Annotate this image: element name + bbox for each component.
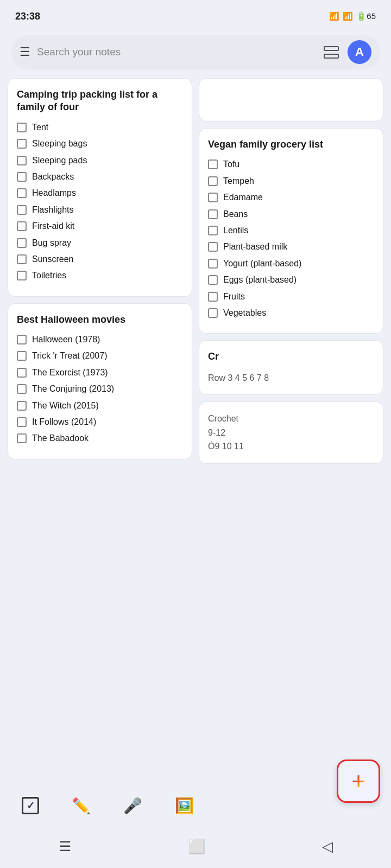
list-item[interactable]: First-aid kit <box>17 220 183 232</box>
layout-rect-bottom <box>324 54 339 59</box>
checkbox[interactable] <box>17 238 27 248</box>
layout-toggle-icon[interactable] <box>321 42 341 62</box>
checkbox[interactable] <box>17 221 27 231</box>
list-item[interactable]: Headlamps <box>17 187 183 199</box>
item-label: Beans <box>223 208 248 220</box>
checkbox[interactable] <box>208 209 218 219</box>
checkbox[interactable] <box>17 433 27 443</box>
list-item[interactable]: Plant-based milk <box>208 241 374 253</box>
notes-grid: Camping trip packing list for a family o… <box>0 78 391 464</box>
item-label: Tent <box>32 122 48 133</box>
search-bar[interactable]: ☰ Search your notes A <box>11 35 380 69</box>
mic-icon[interactable]: 🎤 <box>123 797 142 815</box>
camping-note-card[interactable]: Camping trip packing list for a family o… <box>8 78 192 297</box>
item-label: Sunscreen <box>32 253 74 265</box>
toolbar-icons: ✏️ 🎤 🖼️ <box>22 797 194 815</box>
checkbox[interactable] <box>17 188 27 198</box>
list-item[interactable]: Backpacks <box>17 171 183 183</box>
cr-note-body: Row 3 4 5 6 7 8 <box>208 371 374 385</box>
list-item[interactable]: The Conjuring (2013) <box>17 383 183 395</box>
checkbox[interactable] <box>208 292 218 302</box>
checkbox[interactable] <box>208 226 218 235</box>
crochet-note-body: Crochet9-12Ó9 10 11 <box>208 412 374 454</box>
checkbox[interactable] <box>17 417 27 427</box>
list-item[interactable]: Lentils <box>208 225 374 237</box>
checkbox[interactable] <box>17 271 27 280</box>
list-item[interactable]: It Follows (2014) <box>17 416 183 428</box>
nav-back-icon[interactable]: ◁ <box>322 838 333 855</box>
item-label: Tempeh <box>223 175 254 187</box>
checkbox[interactable] <box>208 259 218 269</box>
halloween-note-card[interactable]: Best Halloween movies Halloween (1978) T… <box>8 303 192 459</box>
list-item[interactable]: Flashlights <box>17 204 183 216</box>
checkbox[interactable] <box>17 368 27 378</box>
list-item[interactable]: Trick 'r Treat (2007) <box>17 350 183 362</box>
menu-icon[interactable]: ☰ <box>20 45 30 59</box>
checkbox[interactable] <box>208 275 218 285</box>
wifi-icon: 📶 <box>329 11 339 21</box>
list-item[interactable]: Halloween (1978) <box>17 334 183 346</box>
checkbox[interactable] <box>208 308 218 318</box>
checkbox[interactable] <box>17 401 27 411</box>
checkbox[interactable] <box>17 254 27 264</box>
list-item[interactable]: Yogurt (plant-based) <box>208 258 374 270</box>
checkbox[interactable] <box>208 242 218 252</box>
vegan-note-items: Tofu Tempeh Edamame Beans Lentils <box>208 158 374 319</box>
list-item[interactable]: Tempeh <box>208 175 374 187</box>
checkbox[interactable] <box>17 384 27 394</box>
list-item[interactable]: Tent <box>17 122 183 133</box>
list-item[interactable]: Bug spray <box>17 237 183 249</box>
item-label: Halloween (1978) <box>32 334 100 346</box>
empty-note-card[interactable] <box>199 78 383 122</box>
nav-home-icon[interactable]: ⬜ <box>188 838 205 855</box>
item-label: Sleeping pads <box>32 155 87 167</box>
checkbox[interactable] <box>17 205 27 215</box>
image-icon[interactable]: 🖼️ <box>175 797 194 815</box>
list-item[interactable]: Edamame <box>208 192 374 203</box>
list-item[interactable]: Vegetables <box>208 307 374 319</box>
vegan-note-card[interactable]: Vegan family grocery list Tofu Tempeh Ed… <box>199 128 383 334</box>
list-item[interactable]: Toiletries <box>17 270 183 282</box>
checkbox[interactable] <box>17 335 27 344</box>
list-item[interactable]: The Witch (2015) <box>17 400 183 412</box>
checkbox-toolbar-icon[interactable] <box>22 797 39 814</box>
list-item[interactable]: Sleeping pads <box>17 155 183 167</box>
plus-icon: + <box>351 769 365 793</box>
item-label: Flashlights <box>32 204 73 216</box>
item-label: Lentils <box>223 225 248 237</box>
new-note-fab[interactable]: + <box>337 760 380 803</box>
item-label: Tofu <box>223 158 239 170</box>
list-item[interactable]: Sunscreen <box>17 253 183 265</box>
item-label: Trick 'r Treat (2007) <box>32 350 108 362</box>
item-label: Sleeping bags <box>32 138 87 150</box>
camping-note-items: Tent Sleeping bags Sleeping pads Backpac… <box>17 122 183 282</box>
list-item[interactable]: The Exorcist (1973) <box>17 367 183 379</box>
crochet-note-card[interactable]: Crochet9-12Ó9 10 11 <box>199 401 383 464</box>
search-input[interactable]: Search your notes <box>37 46 315 58</box>
nav-menu-icon[interactable]: ☰ <box>59 838 71 855</box>
checkbox[interactable] <box>208 176 218 186</box>
list-item[interactable]: Tofu <box>208 158 374 170</box>
item-label: Backpacks <box>32 171 74 183</box>
bottom-toolbar: ✏️ 🎤 🖼️ <box>0 787 391 825</box>
checkbox[interactable] <box>17 351 27 361</box>
checkbox[interactable] <box>17 123 27 132</box>
signal-icon: 📶 <box>343 11 353 21</box>
list-item[interactable]: Fruits <box>208 291 374 303</box>
list-item[interactable]: Sleeping bags <box>17 138 183 150</box>
checkbox[interactable] <box>17 172 27 182</box>
avatar[interactable]: A <box>348 40 371 64</box>
checkbox[interactable] <box>208 193 218 202</box>
cr-note-card[interactable]: Cr Row 3 4 5 6 7 8 <box>199 340 383 395</box>
list-item[interactable]: The Babadook <box>17 432 183 444</box>
item-label: Eggs (plant-based) <box>223 274 297 286</box>
list-item[interactable]: Eggs (plant-based) <box>208 274 374 286</box>
brush-icon[interactable]: ✏️ <box>72 797 91 815</box>
checkbox[interactable] <box>17 156 27 165</box>
item-label: The Babadook <box>32 432 89 444</box>
checkbox[interactable] <box>208 159 218 169</box>
item-label: Vegetables <box>223 307 266 319</box>
checkbox[interactable] <box>17 139 27 149</box>
list-item[interactable]: Beans <box>208 208 374 220</box>
item-label: Plant-based milk <box>223 241 287 253</box>
